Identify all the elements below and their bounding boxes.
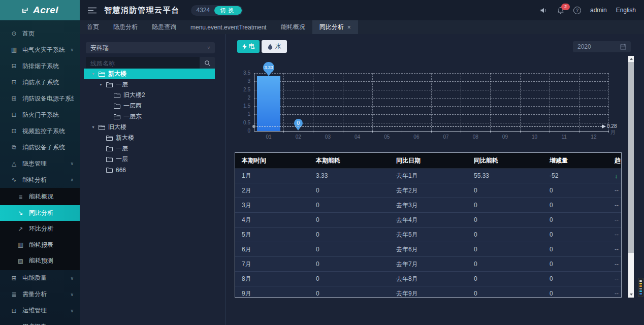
sidebar-item-fire-water[interactable]: ⊡消防水子系统 <box>0 74 80 90</box>
gridline <box>490 73 491 131</box>
cell-period-time: 1月 <box>235 169 309 183</box>
forecast-icon: ▨ <box>17 257 24 265</box>
tab-label: 能耗概况 <box>281 23 305 31</box>
scroll-down-button[interactable] <box>628 291 634 298</box>
table-row: 5月0去年5月00-- <box>235 228 622 242</box>
tree-node-label: 新大楼 <box>108 70 126 78</box>
sidebar-item-fire-door[interactable]: ⊟防火门子系统 <box>0 107 80 123</box>
sidebar-item-label: 视频监控子系统 <box>22 127 74 136</box>
close-icon[interactable]: × <box>347 24 351 31</box>
sidebar-item-label: 用户报告 <box>22 322 74 325</box>
tree-node[interactable]: 旧大楼2 <box>84 90 215 101</box>
tab-home[interactable]: 首页 <box>80 20 106 34</box>
sidebar-item-energy-overview[interactable]: ≡能耗概况 <box>0 189 80 205</box>
year-picker[interactable]: 2020 <box>573 41 631 52</box>
sidebar-item-energy-report[interactable]: ▥能耗报表 <box>0 237 80 253</box>
cell-yoy-date: 去年1月 <box>390 169 467 183</box>
sidebar-item-home[interactable]: ⊙首页 <box>0 25 80 42</box>
gridline <box>461 73 461 131</box>
help-icon[interactable]: ? <box>573 7 581 14</box>
cell-trend: -- <box>608 257 622 272</box>
sidebar-item-demand-analysis[interactable]: ≣需量分析∨ <box>0 286 80 303</box>
tree-expand-icon[interactable]: ▾ <box>98 82 104 87</box>
trend-none: -- <box>615 246 619 253</box>
cell-yoy-energy: 55.33 <box>467 169 543 183</box>
tree-node[interactable]: 一层 <box>84 154 215 165</box>
tab-event-treatment[interactable]: menu.event.eventTreatment <box>183 20 274 34</box>
sidebar-item-video-monitor[interactable]: ⊡视频监控子系统 <box>0 123 80 139</box>
notifications-bell[interactable]: 2 <box>557 7 564 14</box>
water-tab-button[interactable]: 水 <box>262 40 287 53</box>
language-switcher[interactable]: English <box>616 7 636 14</box>
sidebar-item-label: 能耗报表 <box>29 241 74 249</box>
sidebar-item-hazard-mgmt[interactable]: △隐患管理∨ <box>0 155 80 172</box>
sidebar-item-label: 消防水子系统 <box>22 78 74 87</box>
page-scrollbar <box>628 56 634 298</box>
tree-expand-icon[interactable]: ▾ <box>90 72 96 76</box>
trend-none: -- <box>615 275 619 282</box>
cell-yoy-date: 去年2月 <box>390 183 467 198</box>
sidebar-item-energy-analysis[interactable]: ∿能耗分析∧ <box>0 172 80 188</box>
tree-node[interactable]: 一层 <box>84 143 215 154</box>
sidebar-item-power-quality[interactable]: ⊞电能质量∨ <box>0 270 80 286</box>
sidebar-item-user-report[interactable]: ⊟用户报告 <box>0 319 80 325</box>
sidebar-item-electrical-fire[interactable]: ▥电气火灾子系统∨ <box>0 42 80 58</box>
tree-node[interactable]: 一层西 <box>84 101 215 111</box>
cell-delta: 0 <box>543 286 608 298</box>
y-axis-tick-label: 3 <box>235 79 250 84</box>
minimap-dot <box>639 288 642 289</box>
sidebar-menu: ⊙首页▥电气火灾子系统∨⊟防排烟子系统⊡消防水子系统⊞消防设备电源子系统⊟防火门… <box>0 20 80 325</box>
balloon-tail <box>266 73 271 76</box>
tree-node[interactable]: ▾一层 <box>84 79 215 90</box>
sidebar-item-ops-mgmt[interactable]: ⊡运维管理∨ <box>0 303 80 319</box>
search-button[interactable] <box>200 57 215 70</box>
tab-yoy-analysis[interactable]: 同比分析× <box>312 20 358 34</box>
sidebar-item-label: 消防设备电源子系统 <box>22 94 74 103</box>
report-icon: ⊟ <box>10 323 18 325</box>
gridline <box>343 73 343 131</box>
chevron-down-icon: ∨ <box>70 308 74 313</box>
user-menu[interactable]: admin <box>590 7 607 14</box>
balloon-tail <box>296 127 301 131</box>
tree-node[interactable]: 一层东 <box>84 111 215 122</box>
x-axis-tick-label: 07 <box>436 134 456 140</box>
table-header-row: 本期时间本期能耗同比日期同比能耗增减量趋势 <box>235 153 622 169</box>
sidebar-item-energy-forecast[interactable]: ▨能耗预测 <box>0 253 80 269</box>
bar-month-01[interactable] <box>257 76 280 131</box>
scrollbar-thumb[interactable] <box>628 62 634 253</box>
tree-node[interactable]: 666 <box>84 165 215 175</box>
x-axis-tick-label: 09 <box>495 134 515 140</box>
tree-node[interactable]: 新大楼 <box>84 133 215 143</box>
cell-trend: -- <box>608 213 622 228</box>
tab-hidden-danger-query[interactable]: 隐患查询 <box>145 20 183 34</box>
gridline <box>313 73 313 131</box>
search-input[interactable] <box>86 57 200 70</box>
sidebar-item-fire-power[interactable]: ⊞消防设备电源子系统 <box>0 90 80 107</box>
speaker-icon[interactable] <box>540 7 548 14</box>
electric-tab-button[interactable]: 电 <box>237 40 260 53</box>
y-axis-tick-label: 1 <box>235 112 250 117</box>
tree-node[interactable]: ▾旧大楼 <box>84 122 215 133</box>
gridline <box>283 73 284 131</box>
sidebar-item-mom-analysis[interactable]: ↗环比分析 <box>0 221 80 237</box>
energy-wave-icon: ∿ <box>10 176 18 183</box>
switch-project-button[interactable]: 切换 <box>214 6 242 15</box>
gridline <box>372 73 373 131</box>
cell-trend: -- <box>608 242 622 257</box>
project-select[interactable]: 安科瑞 ∨ <box>86 42 215 53</box>
sidebar-item-yoy-analysis[interactable]: ↘同比分析 <box>0 205 80 221</box>
tab-hidden-danger-analysis[interactable]: 隐患分析 <box>106 20 145 34</box>
sidebar-item-smoke-control[interactable]: ⊟防排烟子系统 <box>0 58 80 74</box>
tree-node[interactable]: ▾新大楼 <box>84 69 215 79</box>
scroll-up-button[interactable] <box>628 56 634 62</box>
sidebar-item-fire-equipment[interactable]: ⧉消防设备子系统 <box>0 139 80 155</box>
tree-expand-icon[interactable]: ▾ <box>90 125 96 129</box>
sidebar-toggle-icon[interactable] <box>88 7 96 14</box>
warning-icon: △ <box>10 160 18 167</box>
tab-energy-overview[interactable]: 能耗概况 <box>274 20 312 34</box>
tree-node-label: 新大楼 <box>116 134 134 142</box>
folder-icon <box>106 146 113 151</box>
cell-period-energy: 0 <box>309 183 390 198</box>
cell-delta: 0 <box>543 228 608 242</box>
cell-period-energy: 0 <box>309 272 390 286</box>
